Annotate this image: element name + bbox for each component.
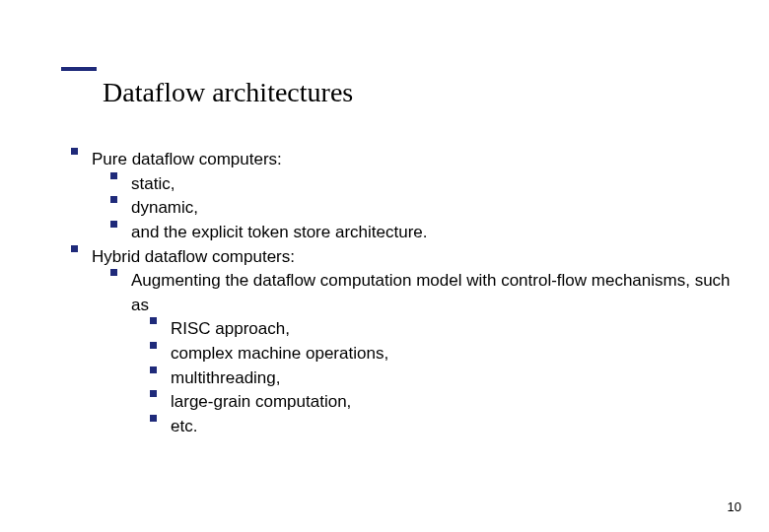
list-item-label: and the explicit token store architectur… — [131, 221, 739, 245]
list-item-label: Hybrid dataflow computers: — [92, 245, 739, 270]
outline-list: Pure dataflow computers: static, dynamic… — [71, 148, 739, 439]
square-bullet-icon — [110, 269, 117, 276]
list-item-label: multithreading, — [171, 366, 739, 391]
square-bullet-icon — [150, 366, 157, 373]
square-bullet-icon — [150, 415, 157, 422]
list-item-label: etc. — [171, 415, 739, 439]
square-bullet-icon — [150, 390, 157, 397]
list-item: multithreading, — [150, 366, 739, 391]
square-bullet-icon — [71, 245, 78, 252]
square-bullet-icon — [110, 196, 117, 203]
list-item: and the explicit token store architectur… — [110, 221, 739, 245]
square-bullet-icon — [71, 148, 78, 155]
list-item-label: Pure dataflow computers: — [92, 148, 739, 172]
list-item-label: complex machine operations, — [171, 342, 739, 366]
list-item-label: static, — [131, 172, 739, 197]
square-bullet-icon — [110, 172, 117, 179]
square-bullet-icon — [150, 342, 157, 349]
list-item-label: RISC approach, — [171, 317, 739, 342]
page-number: 10 — [728, 499, 741, 514]
list-item-label: Augmenting the dataflow computation mode… — [131, 269, 739, 317]
square-bullet-icon — [110, 221, 117, 228]
list-item-label: large-grain computation, — [171, 390, 739, 415]
list-item: etc. — [150, 415, 739, 439]
title-accent-bar — [61, 67, 97, 71]
list-item: RISC approach, — [150, 317, 739, 342]
title-block: Dataflow architectures — [61, 67, 353, 108]
slide-body: Pure dataflow computers: static, dynamic… — [71, 148, 739, 439]
list-item: dynamic, — [110, 196, 739, 221]
list-item: static, — [110, 172, 739, 197]
list-item-label: dynamic, — [131, 196, 739, 221]
list-item: large-grain computation, — [150, 390, 739, 415]
list-item: Hybrid dataflow computers: — [71, 245, 739, 270]
square-bullet-icon — [150, 317, 157, 324]
list-item: complex machine operations, — [150, 342, 739, 366]
slide-title: Dataflow architectures — [103, 77, 353, 108]
list-item: Augmenting the dataflow computation mode… — [110, 269, 739, 317]
list-item: Pure dataflow computers: — [71, 148, 739, 172]
